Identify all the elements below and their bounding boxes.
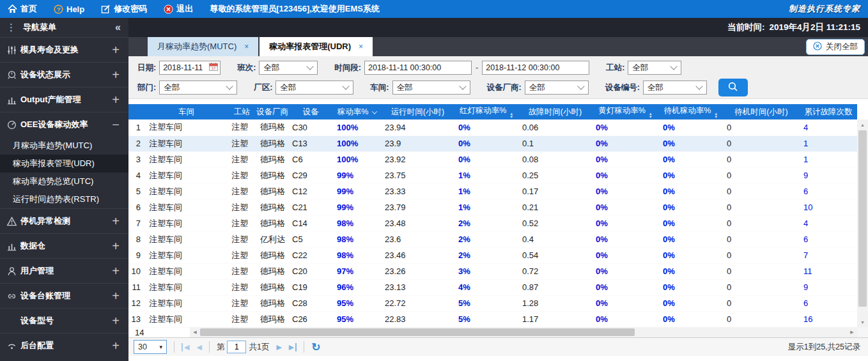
column-header-11[interactable]: 累计故障次数 [800,104,857,119]
record-count-info: 显示1到25,共25记录 [788,342,860,353]
expand-item-icon[interactable]: + [112,290,120,302]
horizontal-scroll-thumb[interactable] [200,328,635,336]
collapse-sidebar-button[interactable]: « [115,22,121,33]
table-row[interactable]: 6注塑车间注塑德玛格C2199%23.791%0.210%0%010 [128,199,857,215]
table-row[interactable]: 11注塑车间注塑德玛格C1996%23.134%0.870%0%09 [128,279,857,295]
shift-select[interactable]: 全部 [259,61,318,75]
column-header-9[interactable]: 待机稼动率%▲▼ [659,104,723,119]
scroll-left-arrow-icon[interactable]: ◀ [190,330,200,335]
collapse-item-icon[interactable]: − [112,119,120,130]
prev-page-button[interactable]: ◀ [196,343,201,351]
cell-vendor: 德玛格 [256,311,288,327]
column-header-5[interactable]: 运行时间(小时) [381,104,454,119]
table-row[interactable]: 7注塑车间注塑德玛格C1498%23.482%0.520%0%04 [128,215,857,231]
table-row[interactable]: 12注塑车间注塑德玛格C2895%22.725%1.280%0%06 [128,295,857,311]
tab-close-icon[interactable]: × [244,42,249,51]
vendor-select[interactable]: 全部 [525,81,589,95]
column-header-6[interactable]: 红灯稼动率%▲▼ [454,104,518,119]
sidebar-subitem[interactable]: 运行时间趋势表(RSTR) [0,190,128,208]
time-from-input[interactable]: 2018-11-11 00:30:00 [364,61,472,75]
vendor-label: 设备厂商: [487,82,522,93]
table-row[interactable]: 5注塑车间注塑德玛格C1299%23.331%0.170%0%06 [128,183,857,199]
sidebar-item-9[interactable]: 后台配置+ [0,333,128,358]
sidebar-item-4[interactable]: 停机异常检测+ [0,208,128,233]
expand-item-icon[interactable]: + [112,315,120,326]
tab-0[interactable]: 月稼动率趋势(MUTC)× [148,37,258,56]
cell-standby_rate: 0% [659,199,723,215]
cell-standby_rate: 0% [659,231,723,247]
sidebar-item-1[interactable]: 设备状态展示+ [0,62,128,87]
tab-close-icon[interactable]: × [359,42,363,51]
scroll-up-arrow-icon[interactable]: ▲ [857,119,868,130]
logout-button[interactable]: 退出 [164,3,193,15]
menu-dots-icon: ⋮ [6,22,15,33]
sidebar-item-5[interactable]: 数据仓+ [0,233,128,258]
sidebar-subitem[interactable]: 月稼动率趋势(MUTC) [0,137,128,155]
table-row[interactable]: 9注塑车间注塑德玛格C2298%23.462%0.540%0%07 [128,247,857,263]
sidebar-item-8[interactable]: 设备型号+ [0,308,128,333]
sidebar-item-7[interactable]: 设备台账管理+ [0,283,128,308]
table-row[interactable]: 3注塑车间注塑德玛格C6100%23.920%0.080%0%01 [128,151,857,167]
calendar-icon[interactable]: 17 [209,63,218,73]
time-to-input[interactable]: 2018-11-12 00:30:00 [482,61,589,75]
next-page-button[interactable]: ▶ [276,343,281,351]
column-header-label: 待机稼动率% [664,106,711,115]
table-row[interactable]: 10注塑车间注塑德玛格C2097%23.263%0.720%0%011 [128,263,857,279]
vertical-scroll-thumb[interactable] [858,130,867,307]
scroll-right-arrow-icon[interactable]: ▶ [847,330,857,335]
link-icon [4,290,19,302]
department-select[interactable]: 全部 [159,81,237,95]
column-header-1[interactable]: 工站 [228,104,256,119]
station-select[interactable]: 全部 [628,61,681,75]
table-row[interactable]: 13注塑车间注塑德玛格C2695%22.835%1.170%0%016 [128,311,857,327]
cell-fault_count: 1 [800,151,857,167]
close-all-button[interactable]: 关闭全部 [806,39,865,55]
horizontal-scrollbar[interactable]: ◀ ▶ [190,327,857,337]
last-page-button[interactable]: ▶ [289,343,297,351]
page-suffix-label: 共1页 [249,342,269,353]
cell-yellow_rate: 0% [592,263,659,279]
home-button[interactable]: 首页 [8,3,37,15]
refresh-icon[interactable]: ↻ [311,342,320,353]
wifi-icon [4,340,19,351]
column-header-8[interactable]: 黄灯稼动率%▲▼ [592,104,659,119]
date-input[interactable]: 2018-11-11 17 [159,61,221,75]
cell-station: 注塑 [228,183,256,199]
expand-item-icon[interactable]: + [112,94,120,105]
column-header-7[interactable]: 故障时间(小时) [518,104,592,119]
expand-item-icon[interactable]: + [112,265,120,277]
search-button[interactable] [718,79,748,96]
sidebar-subitem-active[interactable]: 稼动率报表管理(UDR) [0,155,128,173]
workshop-select[interactable]: 全部 [392,81,470,95]
sidebar-item-6[interactable]: 用户管理+ [0,258,128,283]
table-row[interactable]: 1注塑车间注塑德玛格C30100%23.940%0.060%0%04 [128,119,857,135]
column-header-10[interactable]: 待机时间(小时) [723,104,800,119]
expand-item-icon[interactable]: + [112,340,120,351]
vertical-scrollbar[interactable]: ▲ ▼ [857,119,868,327]
page-number-input[interactable] [227,341,246,353]
table-row[interactable]: 8注塑车间注塑亿利达C598%23.62%0.40%0%06 [128,231,857,247]
scroll-down-arrow-icon[interactable]: ▼ [857,317,868,327]
sidebar-item-3[interactable]: OEE设备稼动效率− [0,112,128,137]
first-page-button[interactable]: ◀ [182,343,189,351]
page-size-select[interactable]: 30 ▾ [134,340,167,354]
column-header-3[interactable]: 设备 [288,104,333,119]
table-row[interactable]: 2注塑车间注塑德玛格C13100%23.90%0.10%0%01 [128,135,857,151]
expand-item-icon[interactable]: + [112,69,120,81]
expand-item-icon[interactable]: + [112,44,120,56]
tab-1[interactable]: 稼动率报表管理(UDR)× [260,37,373,56]
expand-item-icon[interactable]: + [112,215,120,227]
change-password-button[interactable]: 修改密码 [101,3,147,15]
sidebar-item-2[interactable]: Output产能管理+ [0,87,128,112]
table-row[interactable]: 4注塑车间注塑德玛格C2999%23.751%0.250%0%09 [128,167,857,183]
expand-item-icon[interactable]: + [112,240,120,252]
column-header-label: 黄灯稼动率% [598,106,646,115]
help-button[interactable]: ? Help [54,4,84,14]
sidebar-subitem[interactable]: 稼动率趋势总览(UTC) [0,173,128,190]
column-header-2[interactable]: 设备厂商 [256,104,288,119]
sidebar-item-0[interactable]: 模具寿命及更换+ [0,37,128,62]
device-select[interactable]: 全部 [643,81,707,95]
column-header-4[interactable]: 稼动率% [333,104,381,119]
plant-select[interactable]: 全部 [275,81,353,95]
column-header-0[interactable]: 车间 [145,104,228,119]
